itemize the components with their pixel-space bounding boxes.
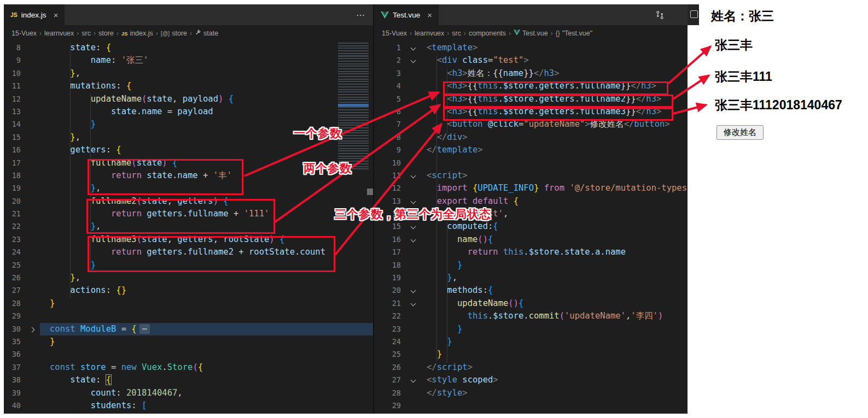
code-line[interactable]: 8 state: {	[4, 42, 373, 54]
code-line[interactable]: 22 },	[4, 220, 373, 233]
code-line[interactable]: 5 <h3>{{this.$store.getters.fullname2}}<…	[374, 93, 688, 105]
code-line[interactable]: 26 },	[4, 272, 373, 284]
breadcrumb-item[interactable]: learnvuex	[415, 30, 444, 37]
code-line[interactable]: 12 updateName(state, payload) {	[4, 93, 373, 105]
code-line[interactable]: 29	[4, 310, 373, 322]
code-line[interactable]: 35}	[4, 335, 373, 348]
breadcrumb-item[interactable]: state	[195, 30, 218, 38]
fold-toggle-icon[interactable]	[407, 54, 421, 67]
code-line[interactable]: 38 state: {	[4, 374, 373, 386]
breadcrumb-separator-icon: ›	[156, 30, 158, 37]
code-line[interactable]: 18 }	[374, 259, 688, 272]
more-actions-icon[interactable]: ⋯	[356, 10, 365, 20]
code-line[interactable]: 23 fullname3(state, getters, rootState) …	[4, 233, 373, 246]
code-line[interactable]: 19 },	[374, 272, 688, 284]
code-line[interactable]: 12 import {UPDATE_INFO} from '@/store/mu…	[374, 182, 688, 195]
code-line[interactable]: 15 },	[4, 131, 373, 144]
fold-toggle-icon[interactable]	[407, 42, 421, 54]
breadcrumb-item[interactable]: store	[98, 30, 114, 37]
token: {	[198, 362, 203, 372]
fold-toggle-icon[interactable]	[26, 323, 40, 335]
code-line[interactable]: 2 <div class="test">	[374, 54, 688, 67]
code-line[interactable]: 36	[4, 348, 373, 361]
breadcrumb-item[interactable]: 15-Vuex	[382, 30, 407, 37]
scrollbar-slider[interactable]	[367, 189, 373, 195]
code-line[interactable]: 27 actions: {}	[4, 284, 373, 297]
breadcrumb-item[interactable]: {}"Test.vue"	[556, 30, 592, 37]
code-line[interactable]: 17 return this.$store.state.a.name	[374, 246, 688, 258]
fold-toggle-icon[interactable]	[407, 374, 421, 386]
tab-index-js[interactable]: JS index.js ×	[4, 4, 65, 25]
code-editor-index-js[interactable]: 8 state: {9 name: '张三'10 },11 mutations:…	[4, 42, 373, 414]
fold-toggle-icon[interactable]	[407, 169, 421, 182]
token: {	[488, 285, 493, 295]
code-line[interactable]: 9</template>	[374, 144, 688, 156]
code-line[interactable]: 13 state.name = payload	[4, 105, 373, 118]
breadcrumb-item[interactable]: components	[469, 30, 506, 37]
code-line[interactable]: 40 students: [	[4, 399, 373, 412]
compare-changes-icon[interactable]	[655, 10, 665, 20]
fold-toggle-icon[interactable]	[407, 233, 421, 246]
fold-toggle-icon[interactable]	[407, 220, 421, 233]
code-line[interactable]: 23 }	[374, 323, 688, 335]
code-line[interactable]: 16 getters: {	[4, 144, 373, 156]
code-line[interactable]: 19 },	[4, 182, 373, 195]
code-line[interactable]: 11 mutations: {	[4, 80, 373, 92]
code-line[interactable]: 10 },	[4, 67, 373, 80]
code-line[interactable]: 14 name:'Test',	[374, 208, 688, 220]
code-line[interactable]: 20 methods:{	[374, 284, 688, 297]
code-line[interactable]: 15 computed:{	[374, 220, 688, 233]
code-line[interactable]: 16 name(){	[374, 233, 688, 246]
update-name-button[interactable]: 修改姓名	[716, 125, 764, 140]
code-line[interactable]: 13 export default {	[374, 195, 688, 208]
code-line[interactable]: 3 <h3>姓名：{{name}}</h3>	[374, 67, 688, 80]
code-line[interactable]: 25 }	[374, 348, 688, 361]
code-line[interactable]: 37const store = new Vuex.Store({	[4, 361, 373, 374]
token: <	[447, 68, 452, 78]
code-line[interactable]: 30const ModuleB = {⋯	[4, 323, 373, 335]
breadcrumb-item[interactable]: src	[452, 30, 461, 37]
split-editor-icon[interactable]	[690, 10, 698, 18]
breadcrumb-item[interactable]: src	[81, 30, 91, 37]
code-line[interactable]: 21 updateName(){	[374, 297, 688, 310]
code-line[interactable]: 22 this.$store.commit('updateName','李四')	[374, 310, 688, 322]
code-tokens: }	[50, 298, 55, 308]
code-line[interactable]: 14 }	[4, 118, 373, 131]
breadcrumb-item[interactable]: [@]store	[161, 30, 187, 37]
code-line[interactable]: 26</script>	[374, 361, 688, 374]
breadcrumb-item[interactable]: JSindex.js	[121, 30, 153, 37]
code-editor-test-vue[interactable]: 1<template>2 <div class="test">3 <h3>姓名：…	[374, 42, 688, 414]
code-line[interactable]: 6 <h3>{{this.$store.getters.fullname3}}<…	[374, 105, 688, 118]
breadcrumb-item[interactable]: Test.vue	[514, 30, 548, 37]
code-line[interactable]: 21 return getters.fullname + '111'	[4, 208, 373, 220]
code-line[interactable]: 20 fullname2(state, getters) {	[4, 195, 373, 208]
code-line[interactable]: 29	[374, 399, 688, 412]
code-line[interactable]: 28}	[4, 297, 373, 310]
code-line[interactable]: 8 </div>	[374, 131, 688, 144]
code-line[interactable]: 39 count: 2018140467,	[4, 387, 373, 399]
code-line[interactable]: 9 name: '张三'	[4, 54, 373, 67]
code-line[interactable]: 1<template>	[374, 42, 688, 54]
line-number: 39	[4, 387, 26, 399]
code-line[interactable]: 11<script>	[374, 169, 688, 182]
breadcrumb-item[interactable]: learnvuex	[44, 30, 74, 37]
fold-toggle-icon[interactable]	[407, 297, 421, 310]
code-line[interactable]: 4 <h3>{{this.$store.getters.fullname}}</…	[374, 80, 688, 92]
code-line[interactable]: 28</style>	[374, 387, 688, 399]
code-line[interactable]: 25 }	[4, 259, 373, 272]
code-line[interactable]: 10	[374, 157, 688, 169]
code-line[interactable]: 27<style scoped>	[374, 374, 688, 386]
code-line[interactable]: 17 fullname(state) {	[4, 157, 373, 169]
code-line[interactable]: 7 <button @click="updateName">修改姓名</butt…	[374, 118, 688, 131]
code-line[interactable]: 24 }	[374, 335, 688, 348]
token	[564, 183, 569, 193]
breadcrumb-item[interactable]: 15-Vuex	[11, 30, 37, 37]
code-tokens: <h3>{{this.$store.getters.fullname2}}</h…	[427, 94, 661, 104]
code-line[interactable]: 24 return getters.fullname2 + rootState.…	[4, 246, 373, 258]
fold-toggle-icon[interactable]	[407, 284, 421, 297]
tab-test-vue[interactable]: Test.vue ×	[374, 4, 439, 25]
close-tab-icon[interactable]: ×	[427, 10, 432, 20]
close-tab-icon[interactable]: ×	[54, 10, 59, 20]
fold-toggle-icon[interactable]	[407, 195, 421, 208]
code-line[interactable]: 18 return state.name + '丰'	[4, 169, 373, 182]
